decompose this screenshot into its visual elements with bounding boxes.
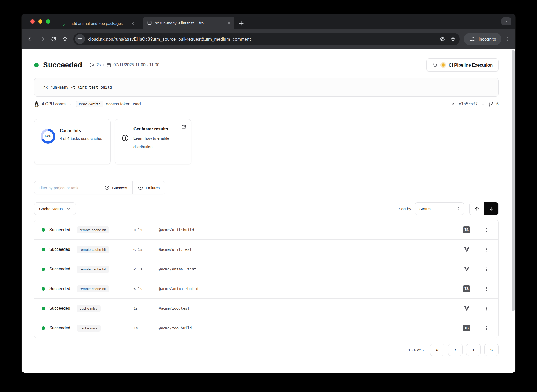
branch-count[interactable]: 6 bbox=[496, 102, 499, 106]
row-menu-icon[interactable] bbox=[484, 326, 489, 331]
vitest-icon bbox=[464, 266, 470, 272]
cache-status-badge: remote cache hit bbox=[77, 266, 109, 273]
vitest-icon bbox=[464, 246, 470, 253]
run-meta-row: 4 CPU cores read-write access token used… bbox=[34, 101, 499, 107]
task-status-dot bbox=[42, 287, 45, 291]
commit-sha[interactable]: e1a5caf7 bbox=[459, 102, 478, 106]
separator-dot bbox=[103, 64, 104, 66]
run-duration: 2s bbox=[89, 62, 101, 68]
task-status: Succeeded bbox=[49, 247, 77, 252]
tab-title: add animal and zoo packages bbox=[71, 21, 128, 26]
cache-percent: 67% bbox=[41, 129, 55, 144]
separator-dot bbox=[70, 104, 71, 105]
home-button[interactable] bbox=[59, 33, 71, 45]
browser-tab-pr[interactable]: add animal and zoo packages bbox=[60, 18, 138, 29]
chevron-down-icon bbox=[66, 206, 71, 211]
scrollbar-thumb[interactable] bbox=[512, 50, 515, 311]
task-status-dot bbox=[42, 228, 45, 232]
status-dot bbox=[34, 63, 39, 67]
cache-donut: 67% bbox=[41, 129, 55, 144]
task-status: Succeeded bbox=[49, 286, 77, 291]
row-menu-icon[interactable] bbox=[484, 306, 489, 311]
desktop-background: add animal and zoo packages nx run-many … bbox=[0, 0, 537, 392]
page-content: Succeeded 2s 07/11/2025 bbox=[22, 49, 515, 373]
new-tab-button[interactable] bbox=[236, 18, 246, 29]
filter-failures-button[interactable]: Failures bbox=[132, 181, 165, 194]
first-page-button[interactable]: « bbox=[430, 344, 444, 356]
distribution-card[interactable]: Get faster results Learn how to enable d… bbox=[115, 119, 191, 164]
task-target[interactable]: @acme/util:build bbox=[159, 228, 194, 232]
task-status-dot bbox=[42, 326, 45, 330]
task-target[interactable]: @acme/zoo:build bbox=[159, 326, 192, 330]
commit-icon bbox=[450, 101, 456, 107]
task-row[interactable]: Succeeded remote cache hit < 1s @acme/an… bbox=[34, 259, 498, 279]
site-settings-icon[interactable] bbox=[75, 34, 85, 44]
reload-button[interactable] bbox=[48, 33, 59, 45]
undo-icon bbox=[432, 62, 438, 68]
task-target[interactable]: @acme/animal:test bbox=[159, 267, 196, 271]
next-page-button[interactable]: › bbox=[466, 344, 481, 356]
row-menu-icon[interactable] bbox=[484, 247, 489, 252]
task-duration: 1s bbox=[133, 306, 159, 311]
maximize-window-button[interactable] bbox=[46, 19, 50, 24]
calendar-icon bbox=[106, 62, 111, 68]
tab-search-button[interactable] bbox=[501, 17, 511, 25]
sort-descending-button[interactable] bbox=[484, 202, 498, 215]
row-menu-icon[interactable] bbox=[484, 267, 489, 272]
sort-select[interactable]: Status bbox=[415, 202, 464, 215]
task-target[interactable]: @acme/util:test bbox=[159, 247, 192, 252]
task-row[interactable]: Succeeded remote cache hit < 1s @acme/ut… bbox=[34, 239, 498, 259]
tab-strip: add animal and zoo packages nx run-many … bbox=[22, 14, 515, 29]
task-target[interactable]: @acme/animal:build bbox=[159, 287, 198, 291]
git-branch-icon bbox=[488, 101, 494, 107]
previous-page-button[interactable]: ‹ bbox=[448, 344, 463, 356]
alert-circle-icon bbox=[121, 134, 129, 142]
bookmark-star-icon[interactable] bbox=[450, 36, 456, 42]
task-row[interactable]: Succeeded remote cache hit < 1s @acme/ut… bbox=[34, 220, 498, 239]
cache-hits-card: 67% Cache hits 4 of 6 tasks used cache. bbox=[34, 119, 111, 164]
task-status: Succeeded bbox=[49, 267, 77, 271]
close-window-button[interactable] bbox=[30, 19, 35, 24]
tab-title: nx run-many -t lint test ... fro bbox=[155, 21, 224, 25]
access-token-scope: read-write bbox=[76, 101, 103, 107]
page-title: Succeeded bbox=[43, 61, 82, 69]
forward-button[interactable] bbox=[36, 33, 48, 45]
filter-input[interactable] bbox=[34, 181, 99, 194]
ci-pipeline-execution-button[interactable]: CI Pipeline Execution bbox=[426, 58, 499, 72]
task-row[interactable]: Succeeded cache miss 1s @acme/zoo:build … bbox=[34, 318, 498, 338]
cpu-cores: 4 CPU cores bbox=[42, 102, 66, 106]
incognito-label: Incognito bbox=[479, 37, 496, 42]
last-page-button[interactable]: » bbox=[484, 344, 499, 356]
cache-status-badge: remote cache hit bbox=[77, 226, 109, 233]
url-bar[interactable]: cloud.nx.app/runs/agsvEHsQc8?utm_source=… bbox=[73, 33, 460, 45]
close-tab-icon[interactable] bbox=[225, 20, 232, 26]
sort-by-label: Sort by bbox=[399, 206, 411, 211]
task-row[interactable]: Succeeded remote cache hit < 1s @acme/an… bbox=[34, 279, 498, 298]
filter-success-button[interactable]: Success bbox=[99, 181, 132, 194]
x-circle-icon bbox=[138, 185, 143, 190]
eye-off-icon[interactable] bbox=[439, 36, 445, 42]
back-button[interactable] bbox=[25, 33, 36, 45]
cache-status-dropdown[interactable]: Cache Status bbox=[34, 202, 76, 215]
task-duration: < 1s bbox=[133, 267, 159, 271]
sort-direction-toggle bbox=[469, 202, 499, 215]
page-scrollbar[interactable] bbox=[512, 50, 515, 359]
task-duration: < 1s bbox=[133, 228, 159, 232]
minimize-window-button[interactable] bbox=[38, 19, 42, 24]
task-status-dot bbox=[42, 248, 45, 251]
typescript-icon: TS bbox=[463, 285, 470, 292]
pr-check-icon bbox=[63, 21, 68, 26]
row-menu-icon[interactable] bbox=[484, 286, 489, 291]
check-circle-icon bbox=[104, 185, 110, 190]
close-tab-icon[interactable] bbox=[130, 20, 136, 26]
typescript-icon: TS bbox=[463, 226, 470, 233]
typescript-icon: TS bbox=[463, 325, 470, 331]
browser-tab-nx-run[interactable]: nx run-many -t lint test ... fro bbox=[143, 17, 234, 29]
task-row[interactable]: Succeeded cache miss 1s @acme/zoo:test bbox=[34, 298, 498, 318]
browser-menu-icon[interactable] bbox=[505, 36, 511, 42]
sort-ascending-button[interactable] bbox=[470, 202, 484, 215]
incognito-icon bbox=[469, 36, 476, 42]
task-target[interactable]: @acme/zoo:test bbox=[159, 306, 190, 311]
external-link-icon[interactable] bbox=[181, 124, 186, 130]
row-menu-icon[interactable] bbox=[484, 227, 489, 232]
